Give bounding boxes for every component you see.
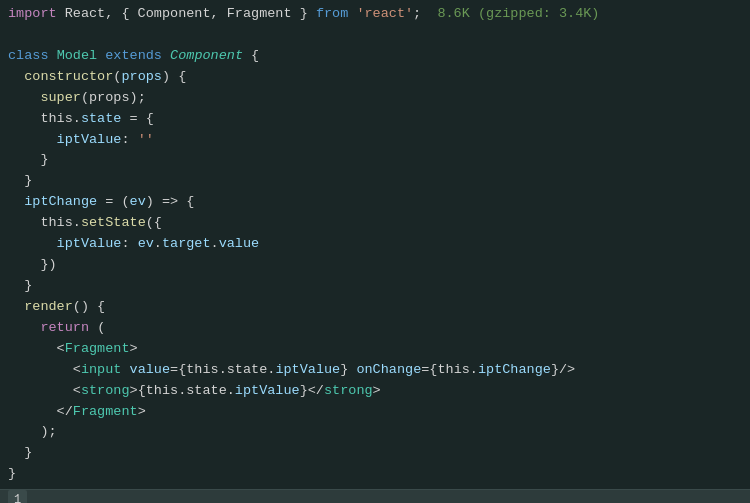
line-indicator: 1	[8, 490, 27, 503]
line-18: <input value={this.state.iptValue} onCha…	[0, 360, 750, 381]
bottom-bar: 1	[0, 489, 750, 503]
line-7: iptValue: ''	[0, 130, 750, 151]
code-area: import React, { Component, Fragment } fr…	[0, 0, 750, 489]
line-22: }	[0, 443, 750, 464]
line-21: );	[0, 422, 750, 443]
line-20: </Fragment>	[0, 402, 750, 423]
line-23: }	[0, 464, 750, 485]
line-4: constructor(props) {	[0, 67, 750, 88]
line-15: render() {	[0, 297, 750, 318]
line-10: iptChange = (ev) => {	[0, 192, 750, 213]
line-13: })	[0, 255, 750, 276]
line-6: this.state = {	[0, 109, 750, 130]
line-14: }	[0, 276, 750, 297]
line-2	[0, 25, 750, 46]
line-1: import React, { Component, Fragment } fr…	[0, 4, 750, 25]
line-9: }	[0, 171, 750, 192]
code-editor: import React, { Component, Fragment } fr…	[0, 0, 750, 503]
line-3: class Model extends Component {	[0, 46, 750, 67]
line-11: this.setState({	[0, 213, 750, 234]
line-12: iptValue: ev.target.value	[0, 234, 750, 255]
line-8: }	[0, 150, 750, 171]
line-5: super(props);	[0, 88, 750, 109]
line-19: <strong>{this.state.iptValue}</strong>	[0, 381, 750, 402]
line-17: <Fragment>	[0, 339, 750, 360]
line-16: return (	[0, 318, 750, 339]
